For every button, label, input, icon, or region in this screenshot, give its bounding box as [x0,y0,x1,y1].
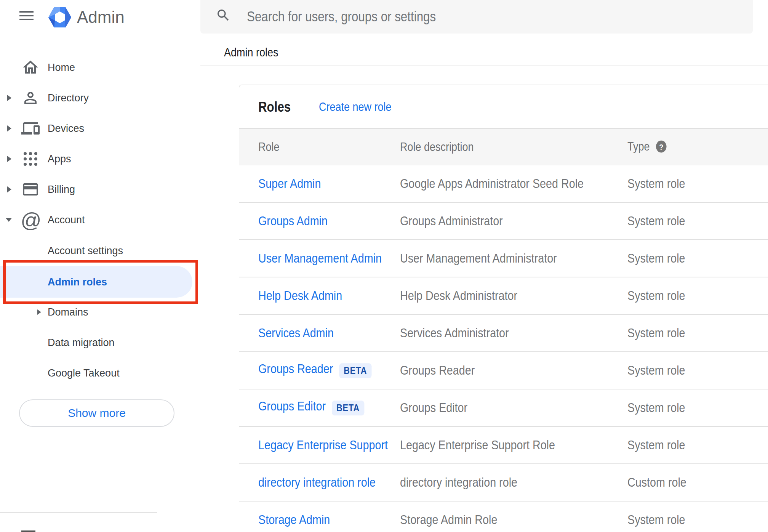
create-new-role-link[interactable]: Create new role [319,96,391,117]
search-icon[interactable] [216,8,231,23]
role-link[interactable]: Groups Reader [258,362,333,376]
table-row: Services Admin Services Administrator Sy… [239,315,768,352]
at-sign-icon: @ [21,211,42,229]
devices-icon [21,119,40,138]
table-row: Storage Admin Storage Admin Role System … [239,502,768,532]
role-description: Help Desk Administrator [400,288,517,303]
search-placeholder[interactable]: Search for users, groups or settings [247,0,436,34]
role-type: System role [627,176,685,191]
column-header-description: Role description [400,140,474,154]
sidebar-item-home[interactable]: Home [0,52,157,83]
role-link[interactable]: Help Desk Admin [258,288,342,303]
expand-arrow-icon[interactable] [7,156,11,162]
help-icon[interactable]: ? [655,139,667,154]
table-row: Legacy Enterprise Support Legacy Enterpr… [239,427,768,464]
role-description: Groups Administrator [400,214,503,228]
role-link[interactable]: Groups Editor [258,399,326,413]
table-row: directory integration role directory int… [239,464,768,502]
sidebar-item-devices[interactable]: Devices [0,113,157,144]
role-description: Storage Admin Role [400,513,497,527]
role-link[interactable]: Super Admin [258,176,321,191]
role-description: directory integration role [400,475,517,490]
role-description: Services Administrator [400,326,509,340]
home-icon [21,58,40,77]
admin-logo-text: Admin [77,6,125,28]
svg-text:?: ? [659,143,663,151]
role-type: System role [627,401,685,415]
person-icon [21,89,40,107]
table-row: Groups Admin Groups Administrator System… [239,203,768,240]
hamburger-menu-icon[interactable] [19,11,34,20]
card-title: Roles [258,96,291,117]
role-type: System role [627,214,685,228]
admin-logo-icon [48,7,71,27]
sidebar-item-directory[interactable]: Directory [0,83,157,113]
role-link[interactable]: Services Admin [258,326,334,340]
beta-badge: BETA [332,401,364,416]
credit-card-icon [21,180,40,199]
table-row: Groups ReaderBETA Groups Reader System r… [239,352,768,389]
table-header: Role Role description Type? [239,128,768,165]
table-row: Super Admin Google Apps Administrator Se… [239,165,768,203]
role-type: System role [627,251,685,266]
roles-card: Roles Create new role Role Role descript… [239,85,768,532]
content-divider [200,66,768,66]
role-type: Custom role [627,475,686,490]
expand-arrow-icon[interactable] [7,95,11,101]
beta-badge: BETA [339,364,371,378]
expand-arrow-icon[interactable] [7,125,11,131]
role-type: System role [627,288,685,303]
table-row: Groups EditorBETA Groups Editor System r… [239,389,768,427]
sidebar: Admin Home Directory Devices Apps Billin… [0,0,157,532]
sidebar-item-google-takeout[interactable]: Google Takeout [0,358,157,388]
expand-arrow-icon[interactable] [7,186,11,192]
role-link[interactable]: Storage Admin [258,513,330,527]
role-description: User Management Administrator [400,251,557,266]
role-link[interactable]: User Management Admin [258,251,382,265]
expand-arrow-icon[interactable] [37,309,41,315]
sidebar-footer-divider [0,512,157,513]
column-header-role: Role [258,140,279,154]
feedback-icon[interactable] [21,530,35,532]
show-more-button[interactable]: Show more [19,399,174,427]
role-description: Legacy Enterprise Support Role [400,438,555,452]
table-row: Help Desk Admin Help Desk Administrator … [239,277,768,315]
role-type: System role [627,326,685,340]
role-link[interactable]: Legacy Enterprise Support [258,438,388,452]
column-header-type: Type? [627,140,667,155]
role-type: System role [627,513,685,527]
sidebar-item-account[interactable]: @ Account [0,205,157,235]
role-link[interactable]: Groups Admin [258,214,328,228]
sidebar-item-data-migration[interactable]: Data migration [0,327,157,358]
collapse-arrow-icon[interactable] [6,218,12,222]
role-description: Groups Reader [400,363,475,378]
role-link[interactable]: directory integration role [258,475,376,489]
sidebar-item-billing[interactable]: Billing [0,174,157,205]
card-titlebar: Roles Create new role [239,85,768,128]
table-row: User Management Admin User Management Ad… [239,240,768,277]
role-description: Groups Editor [400,401,467,415]
breadcrumb: Admin roles [224,44,278,61]
role-type: System role [627,438,685,452]
role-description: Google Apps Administrator Seed Role [400,176,584,191]
apps-grid-icon [21,150,40,168]
role-type: System role [627,363,685,378]
annotation-red-box [3,260,198,304]
sidebar-item-apps[interactable]: Apps [0,144,157,174]
